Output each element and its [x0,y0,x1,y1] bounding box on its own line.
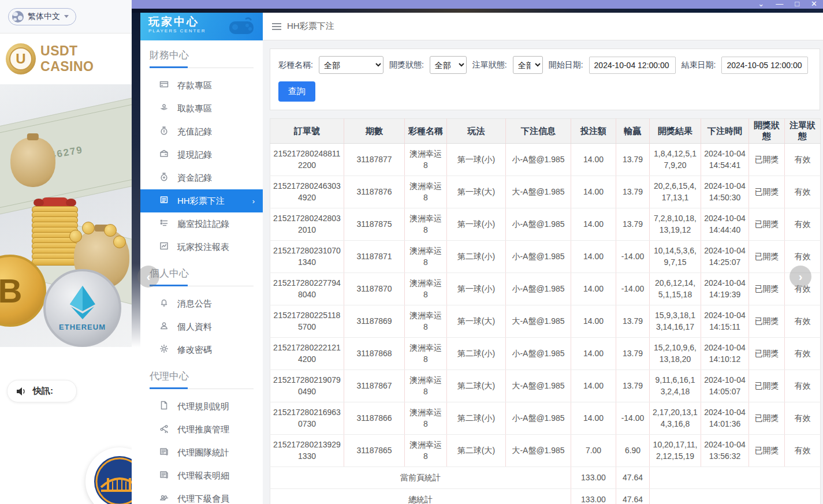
sidebar-section: 個人中心消息公告個人資料修改密碼 [140,267,263,361]
sidebar-item-消息公告[interactable]: 消息公告 [140,292,263,315]
table-cell: 9,11,6,16,13,2,4,18 [650,370,701,402]
window-titlebar: ⌄—□✕ [132,0,823,9]
sidebar-item-代理規則說明[interactable]: 代理規則說明 [140,395,263,418]
sidebar-item-label: 充值記錄 [177,126,212,137]
total-bet-amount: 133.00 [571,489,616,504]
sidebar-item-取款專區[interactable]: 取款專區 [140,97,263,120]
table-cell: 小-A盤@1.985 [506,208,571,241]
table-cell: 有效 [785,208,821,241]
sidebar-section: 財務中心存款專區取款專區充值記錄提現記錄資金記錄HH彩票下注›廳室投註記錄玩家投… [140,48,263,259]
table-cell: 31187870 [344,273,405,305]
site-logo[interactable]: U USDT CASINO [0,33,132,84]
table-cell: 14.00 [571,370,616,402]
table-cell: 31187866 [344,402,405,435]
table-cell: 有效 [785,144,821,176]
sidebar-item-label: 代理下級會員 [177,494,229,504]
table-cell: 10,20,17,11,2,12,15,19 [650,435,701,467]
table-cell: 2024-10-04 14:54:41 [701,144,749,176]
table-cell: 第一球(小) [447,273,506,305]
table-cell: 小-A盤@1.985 [506,144,571,176]
table-cell: 澳洲幸运8 [405,305,447,338]
sidebar-item-個人資料[interactable]: 個人資料 [140,315,263,338]
sidebar-item-代理報表明細[interactable]: 代理報表明細 [140,464,263,487]
sidebar-section-header: 財務中心 [140,48,263,62]
language-selector[interactable]: 繁体中文 [8,8,76,25]
section-underline [150,285,254,286]
sidebar-item-代理團隊統計[interactable]: 代理團隊統計 [140,441,263,464]
section-underline [150,66,254,68]
carousel-right-button[interactable]: › [790,266,811,288]
sidebar-item-廳室投註記錄[interactable]: 廳室投註記錄 [140,212,263,236]
table-cell: 澳洲幸运8 [405,208,447,241]
table-cell: 大-A盤@1.985 [506,370,571,402]
query-button[interactable]: 查詢 [278,81,315,102]
table-cell: 第二球(小) [447,402,506,435]
table-cell: 第二球(大) [447,435,506,467]
news-label: 快訊: [33,386,53,397]
maximize-icon[interactable]: □ [795,1,799,8]
draw-status-select[interactable]: 全部 [430,56,467,74]
total-row: 總統計133.0047.64 [270,489,821,504]
sidebar-item-玩家投注報表[interactable]: 玩家投注報表 [140,236,263,259]
table-row: 215217280219079049031187867澳洲幸运8第二球(大)大-… [270,370,821,402]
ethereum-diamond-icon [66,285,99,320]
table-cell: 澳洲幸运8 [405,338,447,370]
sidebar-item-代理下級會員[interactable]: 代理下級會員 [140,487,263,504]
table-cell: 13.79 [616,370,650,402]
total-win-amount: 47.64 [616,489,650,504]
table-cell: 第一球(小) [447,208,506,241]
filter-panel: 彩種名稱: 全部 開獎狀態: 全部 注單狀態: 全部 [270,48,820,110]
table-cell: 有效 [785,435,821,467]
table-cell: 2152172802488112200 [270,144,344,176]
column-header-投注額: 投注額 [571,119,616,144]
team-logo-button[interactable] [85,447,132,504]
news-ticker[interactable]: 快訊: [7,380,77,402]
table-cell: 2152172802190790490 [270,370,344,402]
sidebar-item-資金記錄[interactable]: 資金記錄 [140,166,263,189]
table-cell: 小-A盤@1.985 [506,241,571,273]
table-row: 215217280231070134031187871澳洲幸运8第二球(小)小-… [270,241,821,273]
carousel-left-button[interactable]: ‹ [137,266,159,288]
column-header-注單狀態: 注單狀態 [785,119,821,144]
table-cell: 13.79 [616,305,650,338]
minimize-icon[interactable]: — [776,1,783,8]
table-cell: 澳洲幸运8 [405,144,447,176]
end-date-label: 結束日期: [682,60,716,70]
table-cell: 31187871 [344,241,405,273]
player-center-window: ⌄—□✕ 玩家中心 PLAYERS CENTER 財務中心存款專區取款專 [132,0,823,504]
money-bag-graphic [10,137,55,187]
sidebar-item-代理推廣管理[interactable]: 代理推廣管理 [140,418,263,441]
table-cell: 已開獎 [749,273,785,305]
chevron-down-icon[interactable]: ⌄ [758,1,764,8]
start-date-input[interactable] [589,57,676,74]
table-row: 215217280213929133031187865澳洲幸运8第二球(大)大-… [270,435,821,467]
table-cell: 澳洲幸运8 [405,273,447,305]
table-cell: 13.79 [616,338,650,370]
sidebar-item-label: HH彩票下注 [177,196,225,207]
order-status-select[interactable]: 全部 [513,56,543,74]
hamburger-menu-icon[interactable] [272,23,281,30]
lottery-name-select[interactable]: 全部 [319,56,383,74]
sidebar-item-充值記錄[interactable]: 充值記錄 [140,120,263,143]
sidebar-item-label: 代理規則說明 [177,401,229,412]
sidebar-item-提現記錄[interactable]: 提現記錄 [140,143,263,166]
sidebar-item-存款專區[interactable]: 存款專區 [140,74,263,97]
table-cell: 有效 [785,305,821,338]
sidebar-item-label: 代理推廣管理 [177,424,229,435]
withdraw-hand-icon [159,103,169,114]
hall-record-icon [159,218,169,230]
table-cell: 13.79 [616,208,650,241]
table-cell: 已開獎 [749,370,785,402]
end-date-input[interactable] [721,57,808,74]
close-icon[interactable]: ✕ [811,1,817,8]
table-cell: 31187876 [344,176,405,208]
table-cell: 已開獎 [749,144,785,176]
sidebar-item-修改密碼[interactable]: 修改密碼 [140,338,263,361]
order-status-label: 注單狀態: [472,60,507,70]
table-cell: 2024-10-04 14:10:12 [701,338,749,370]
sidebar-item-label: 代理報表明細 [177,471,229,481]
table-cell: 31187865 [344,435,405,467]
news-icon [159,470,169,481]
table-cell: 1,8,4,12,5,17,9,20 [650,144,701,176]
sidebar-item-HH彩票下注[interactable]: HH彩票下注› [140,189,263,212]
